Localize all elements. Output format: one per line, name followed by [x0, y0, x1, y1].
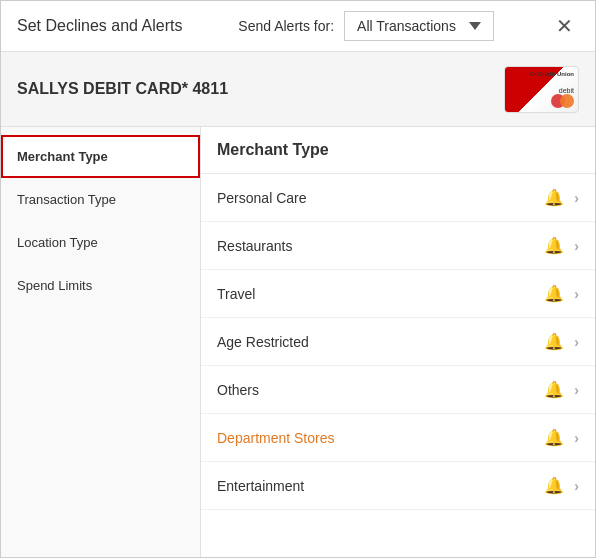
- sidebar: Merchant Type Transaction Type Location …: [1, 127, 201, 557]
- dropdown-arrow-icon: [469, 22, 481, 30]
- chevron-right-travel: ›: [574, 286, 579, 302]
- card-image: [499, 64, 579, 114]
- merchant-name-others: Others: [217, 382, 544, 398]
- modal-container: Set Declines and Alerts Send Alerts for:…: [0, 0, 596, 558]
- merchant-row-department-stores[interactable]: Department Stores 🔔 ›: [201, 414, 595, 462]
- card-visual: [504, 66, 579, 113]
- main-content: Merchant Type Personal Care 🔔 › Restaura…: [201, 127, 595, 557]
- merchant-row-age-restricted[interactable]: Age Restricted 🔔 ›: [201, 318, 595, 366]
- chevron-right-others: ›: [574, 382, 579, 398]
- sidebar-item-transaction-type[interactable]: Transaction Type: [1, 178, 200, 221]
- merchant-row-restaurants[interactable]: Restaurants 🔔 ›: [201, 222, 595, 270]
- chevron-right-age-restricted: ›: [574, 334, 579, 350]
- merchant-row-travel[interactable]: Travel 🔔 ›: [201, 270, 595, 318]
- bell-icon-restaurants: 🔔: [544, 236, 564, 255]
- modal-header: Set Declines and Alerts Send Alerts for:…: [1, 1, 595, 52]
- chevron-right-department-stores: ›: [574, 430, 579, 446]
- card-name: SALLYS DEBIT CARD* 4811: [17, 80, 228, 98]
- sidebar-item-location-type-label: Location Type: [17, 235, 98, 250]
- alerts-dropdown-value: All Transactions: [357, 18, 456, 34]
- mc-orange-circle: [560, 94, 574, 108]
- merchant-name-entertainment: Entertainment: [217, 478, 544, 494]
- merchant-name-age-restricted: Age Restricted: [217, 334, 544, 350]
- sidebar-item-location-type[interactable]: Location Type: [1, 221, 200, 264]
- bell-icon-age-restricted: 🔔: [544, 332, 564, 351]
- merchant-name-restaurants: Restaurants: [217, 238, 544, 254]
- chevron-right-restaurants: ›: [574, 238, 579, 254]
- sidebar-item-spend-limits-label: Spend Limits: [17, 278, 92, 293]
- sidebar-item-merchant-type-label: Merchant Type: [17, 149, 108, 164]
- bell-icon-travel: 🔔: [544, 284, 564, 303]
- sidebar-item-merchant-type[interactable]: Merchant Type: [1, 135, 200, 178]
- close-button[interactable]: ✕: [550, 14, 579, 38]
- merchant-row-personal-care[interactable]: Personal Care 🔔 ›: [201, 174, 595, 222]
- bell-icon-department-stores: 🔔: [544, 428, 564, 447]
- sidebar-item-transaction-type-label: Transaction Type: [17, 192, 116, 207]
- modal-title: Set Declines and Alerts: [17, 17, 182, 35]
- merchant-row-entertainment[interactable]: Entertainment 🔔 ›: [201, 462, 595, 510]
- bell-icon-personal-care: 🔔: [544, 188, 564, 207]
- merchant-name-travel: Travel: [217, 286, 544, 302]
- bell-icon-entertainment: 🔔: [544, 476, 564, 495]
- send-alerts-section: Send Alerts for: All Transactions: [238, 11, 494, 41]
- card-section: SALLYS DEBIT CARD* 4811: [1, 52, 595, 127]
- chevron-right-entertainment: ›: [574, 478, 579, 494]
- merchant-row-others[interactable]: Others 🔔 ›: [201, 366, 595, 414]
- content-area: Merchant Type Transaction Type Location …: [1, 127, 595, 557]
- alerts-dropdown[interactable]: All Transactions: [344, 11, 494, 41]
- send-alerts-label: Send Alerts for:: [238, 18, 334, 34]
- bell-icon-others: 🔔: [544, 380, 564, 399]
- mastercard-logo: [551, 94, 574, 108]
- chevron-right-personal-care: ›: [574, 190, 579, 206]
- main-content-header: Merchant Type: [201, 127, 595, 174]
- merchant-name-department-stores: Department Stores: [217, 430, 544, 446]
- merchant-name-personal-care: Personal Care: [217, 190, 544, 206]
- sidebar-item-spend-limits[interactable]: Spend Limits: [1, 264, 200, 307]
